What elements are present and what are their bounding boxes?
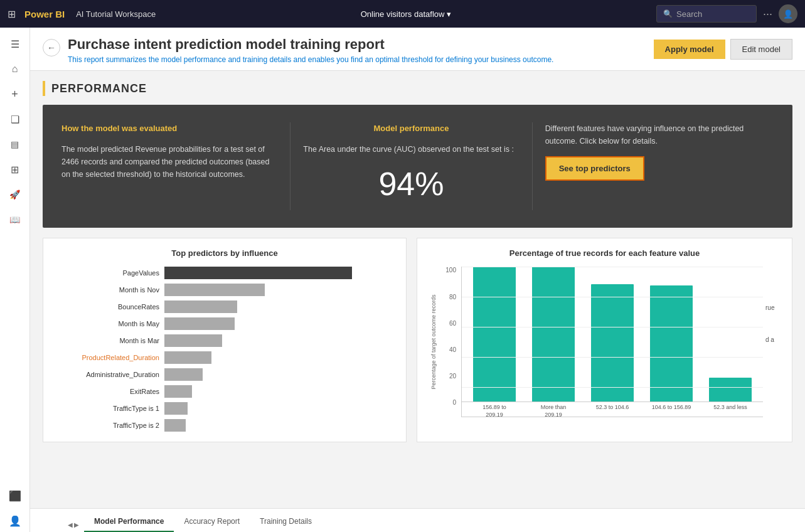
brand-name: Power BI — [24, 9, 65, 19]
bar-fill — [164, 301, 237, 313]
bar-fill — [164, 267, 352, 279]
col-bar — [709, 378, 751, 402]
bar-fill — [164, 419, 186, 432]
content-area: PERFORMANCE How the model was evaluated … — [30, 71, 805, 508]
y-tick-80: 80 — [449, 294, 456, 301]
user-avatar[interactable]: 👤 — [779, 4, 797, 23]
sidebar-item-menu[interactable]: ☰ — [4, 33, 26, 55]
sidebar-item-monitor[interactable]: ⬛ — [4, 484, 26, 507]
bar-track — [164, 402, 393, 415]
y-axis-label: Percentage of target outcome records — [430, 279, 437, 405]
y-tick-60: 60 — [449, 320, 456, 327]
bar-fill — [164, 402, 188, 415]
top-nav: ⊞ Power BI AI Tutorial Workspace Online … — [0, 0, 805, 28]
evaluation-text: The model predicted Revenue probabilitie… — [61, 143, 277, 181]
tab-accuracy-report[interactable]: Accuracy Report — [174, 512, 250, 532]
col-bar — [650, 285, 692, 402]
back-button[interactable]: ← — [43, 39, 60, 56]
sidebar-item-browse[interactable]: ❑ — [4, 108, 26, 130]
bar-label: PageValues — [56, 269, 159, 277]
performance-text: The Area under the curve (AUC) observed … — [303, 143, 519, 156]
col-bar — [532, 267, 574, 402]
bar-label: ProductRelated_Duration — [56, 354, 159, 361]
tab-model-performance[interactable]: Model Performance — [84, 512, 174, 532]
y-tick-0: 0 — [452, 399, 456, 406]
col-group — [468, 267, 521, 402]
performance-header: PERFORMANCE — [43, 81, 792, 96]
search-box[interactable]: 🔍 Search — [656, 5, 757, 23]
header-buttons: Apply model Edit model — [654, 39, 792, 60]
bar-track — [164, 284, 393, 296]
tab-next-arrow[interactable]: ▶ — [74, 521, 79, 528]
report-header: ← Purchase intent prediction model train… — [30, 28, 805, 71]
bar-fill — [164, 317, 235, 330]
title-area: Purchase intent prediction model trainin… — [68, 36, 644, 64]
col-label: 52.3 to 104.6 — [586, 402, 639, 412]
col-group — [527, 267, 580, 402]
sidebar: ☰ ⌂ + ❑ ▤ ⊞ 🚀 📖 ⬛ 👤 — [0, 28, 30, 532]
apply-model-button[interactable]: Apply model — [654, 40, 725, 59]
tab-training-details[interactable]: Training Details — [250, 512, 322, 532]
report-title: Purchase intent prediction model trainin… — [68, 36, 644, 53]
sidebar-item-account[interactable]: 👤 — [4, 509, 26, 532]
bar-row: TrafficType is 1 — [56, 402, 393, 415]
chevron-down-icon: ▾ — [447, 9, 451, 19]
edit-model-button[interactable]: Edit model — [730, 39, 792, 60]
col-chart-container: Percentage of true records for each feat… — [417, 238, 792, 442]
dataflow-selector[interactable]: Online visitors dataflow ▾ — [361, 9, 452, 19]
bar-label: TrafficType is 1 — [56, 405, 159, 412]
performance-panel: How the model was evaluated The model pr… — [43, 105, 792, 228]
dataflow-label: Online visitors dataflow — [361, 9, 445, 19]
model-performance-col: Model performance The Area under the cur… — [303, 122, 532, 210]
see-top-predictors-button[interactable]: See top predictors — [545, 156, 644, 181]
performance-title: Model performance — [303, 122, 519, 136]
avatar-icon: 👤 — [783, 9, 793, 19]
bar-fill — [164, 334, 222, 347]
back-arrow-icon: ← — [47, 43, 56, 53]
bar-label: Month is May — [56, 320, 159, 327]
workspace-name: AI Tutorial Workspace — [76, 9, 156, 19]
col-label: 52.3 and less — [704, 402, 757, 412]
bar-label: BounceRates — [56, 303, 159, 311]
more-options-icon[interactable]: ··· — [763, 8, 772, 21]
bar-label: TrafficType is 2 — [56, 422, 159, 429]
section-bar — [43, 81, 45, 96]
col-chart-title: Percentage of true records for each feat… — [427, 248, 782, 258]
sidebar-item-learn[interactable]: 🚀 — [4, 183, 26, 206]
sidebar-item-home[interactable]: ⌂ — [4, 58, 26, 80]
bar-track — [164, 351, 393, 364]
col-group — [645, 267, 698, 402]
bar-chart-container: Top predictors by influence PageValuesMo… — [43, 238, 407, 442]
bar-row: ExitRates — [56, 385, 393, 398]
bar-row: PageValues — [56, 267, 393, 279]
col-bar — [473, 267, 515, 402]
model-evaluation-col: How the model was evaluated The model pr… — [61, 122, 291, 210]
search-placeholder: Search — [676, 9, 702, 19]
bar-chart-title: Top predictors by influence — [56, 248, 393, 258]
tab-prev-arrow[interactable]: ◀ — [68, 521, 73, 528]
bar-row: Administrative_Duration — [56, 368, 393, 381]
bar-row: Month is May — [56, 317, 393, 330]
bar-row: ProductRelated_Duration — [56, 351, 393, 364]
tab-nav: ◀ ▶ — [68, 521, 79, 532]
col-group — [704, 267, 757, 402]
bar-label: ExitRates — [56, 388, 159, 395]
charts-row: Top predictors by influence PageValuesMo… — [43, 238, 792, 442]
section-title: PERFORMANCE — [51, 82, 147, 95]
bar-track — [164, 419, 393, 432]
bar-track — [164, 301, 393, 313]
search-icon: 🔍 — [663, 9, 673, 18]
bar-track — [164, 334, 393, 347]
bar-row: Month is Nov — [56, 284, 393, 296]
bar-track — [164, 317, 393, 330]
sidebar-item-apps[interactable]: ⊞ — [4, 158, 26, 181]
sidebar-item-data[interactable]: ▤ — [4, 133, 26, 156]
col-label: 156.89 to209.19 — [468, 402, 521, 418]
col-group — [586, 267, 639, 402]
right-label-2: d a — [765, 336, 784, 343]
bar-track — [164, 385, 393, 398]
sidebar-item-create[interactable]: + — [4, 83, 26, 105]
bar-row: TrafficType is 2 — [56, 419, 393, 432]
sidebar-item-book[interactable]: 📖 — [4, 208, 26, 231]
bar-track — [164, 267, 393, 279]
